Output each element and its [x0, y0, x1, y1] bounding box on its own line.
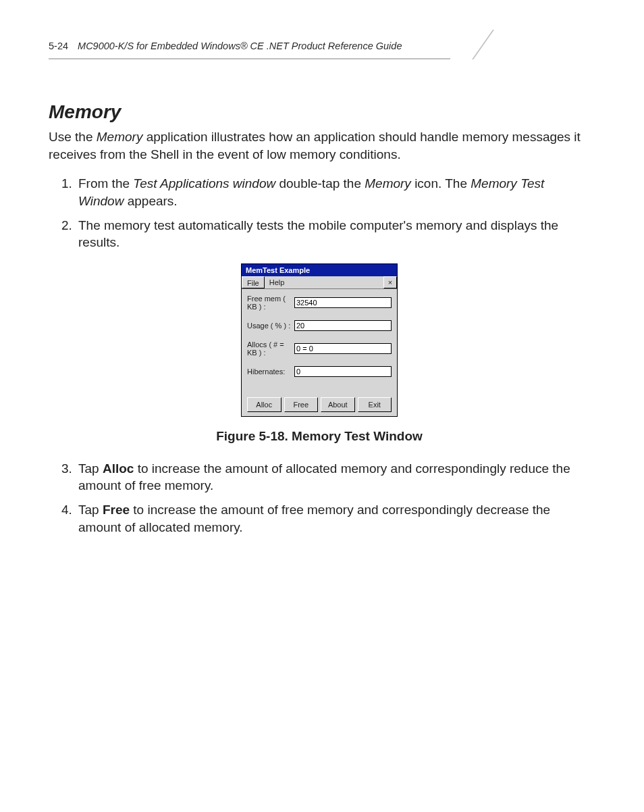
page-header: 5-24 MC9000-K/S for Embedded Windows® CE…	[49, 41, 590, 68]
free-mem-input[interactable]	[294, 297, 392, 308]
close-button[interactable]: ×	[383, 276, 397, 288]
free-button[interactable]: Free	[284, 397, 319, 412]
doc-title: MC9000-K/S for Embedded Windows® CE .NET…	[78, 41, 402, 51]
header-rule	[49, 58, 450, 59]
exit-button[interactable]: Exit	[358, 397, 392, 412]
free-mem-label: Free mem ( KB ) :	[247, 295, 294, 311]
menu-file[interactable]: File	[242, 276, 265, 288]
figure-memtest: MemTest Example File Help × Free mem ( K…	[49, 263, 590, 444]
step-3: Tap Alloc to increase the amount of allo…	[76, 460, 590, 494]
window-titlebar[interactable]: MemTest Example	[242, 264, 397, 276]
step-1: From the Test Applications window double…	[76, 175, 590, 209]
steps-list-top: From the Test Applications window double…	[72, 175, 590, 251]
step-2: The memory test automatically tests the …	[76, 217, 590, 251]
menu-help[interactable]: Help	[265, 276, 290, 288]
usage-label: Usage ( % ) :	[247, 322, 294, 330]
about-button[interactable]: About	[321, 397, 355, 412]
page-number: 5-24	[49, 41, 68, 51]
hibernates-label: Hibernates:	[247, 367, 294, 376]
window-body: Free mem ( KB ) : Usage ( % ) : Allocs (…	[242, 289, 397, 416]
hibernates-input[interactable]	[294, 366, 392, 377]
intro-paragraph: Use the Memory application illustrates h…	[49, 128, 590, 163]
usage-input[interactable]	[294, 320, 392, 331]
section-title: Memory	[49, 101, 590, 123]
memtest-window: MemTest Example File Help × Free mem ( K…	[241, 263, 398, 417]
step-4: Tap Free to increase the amount of free …	[76, 501, 590, 536]
alloc-button[interactable]: Alloc	[247, 397, 281, 412]
steps-list-bottom: Tap Alloc to increase the amount of allo…	[72, 460, 590, 536]
figure-caption: Figure 5-18. Memory Test Window	[216, 429, 423, 444]
allocs-label: Allocs ( # = KB ) :	[247, 340, 294, 357]
allocs-input[interactable]	[294, 343, 392, 354]
header-diagonal	[428, 30, 494, 59]
menu-bar: File Help ×	[242, 276, 397, 289]
